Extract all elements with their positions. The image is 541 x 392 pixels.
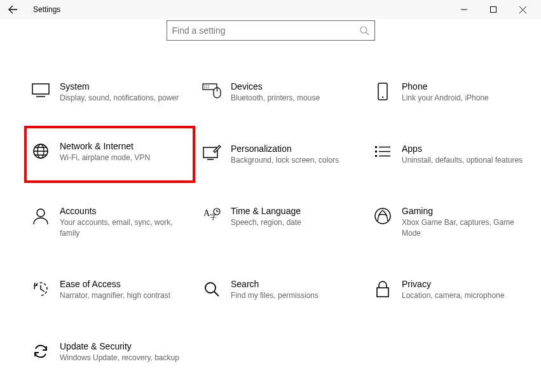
tile-update-security[interactable]: Update & Security Windows Update, recove… [27,339,195,365]
svg-rect-25 [377,288,388,297]
category-grid: System Display, sound, notifications, po… [0,47,541,365]
svg-rect-2 [32,84,49,94]
tile-desc: Location, camera, microphone [402,290,527,301]
tile-desc: Display, sound, notifications, power [60,93,185,103]
tile-desc: Background, lock screen, colors [231,155,356,165]
tile-desc: Uninstall, defaults, optional features [402,155,527,165]
svg-point-9 [208,87,209,88]
personalization-icon [202,145,222,165]
tile-title: Time & Language [231,206,356,216]
svg-point-6 [208,85,209,86]
minimize-button[interactable] [449,0,479,19]
search-icon [359,25,369,36]
svg-point-19 [37,209,45,217]
svg-point-7 [204,87,205,88]
svg-point-8 [206,87,207,88]
tile-title: Ease of Access [60,279,185,289]
tile-phone[interactable]: Phone Link your Android, iPhone [369,79,537,105]
tile-desc: Speech, region, date [231,217,356,227]
svg-rect-17 [375,151,377,152]
tile-search[interactable]: Search Find my files, permissions [198,276,366,303]
svg-point-4 [204,85,205,86]
tile-desc: Narrator, magnifier, high contrast [60,290,185,301]
privacy-icon [373,280,393,301]
svg-point-5 [206,85,207,86]
update-security-icon [31,342,51,363]
network-icon [31,142,51,163]
tile-gaming[interactable]: Gaming Xbox Game Bar, captures, Game Mod… [369,203,537,240]
tile-title: Personalization [231,144,356,154]
devices-icon [202,83,222,103]
svg-point-1 [360,27,367,33]
close-button[interactable] [508,0,537,19]
maximize-icon [490,6,496,13]
tile-privacy[interactable]: Privacy Location, camera, microphone [369,276,537,303]
tile-title: Privacy [402,279,527,289]
time-language-icon: A 字 [202,207,222,227]
arrow-left-icon [8,4,18,15]
tile-desc: Windows Update, recovery, backup [60,353,185,363]
tile-desc: Wi-Fi, airplane mode, VPN [60,152,182,163]
tile-desc: Your accounts, email, sync, work, family [60,217,185,238]
svg-text:字: 字 [210,213,217,220]
tile-system[interactable]: System Display, sound, notifications, po… [27,79,195,105]
tile-title: Search [231,279,356,289]
tile-title: Update & Security [60,341,185,351]
tile-apps[interactable]: Apps Uninstall, defaults, optional featu… [369,141,537,168]
tile-title: Gaming [402,206,527,216]
tile-desc: Link your Android, iPhone [402,93,527,103]
search-input[interactable] [172,25,359,36]
back-button[interactable] [4,1,22,18]
search-category-icon [202,280,222,301]
tile-desc: Xbox Game Bar, captures, Game Mode [402,217,527,238]
svg-rect-18 [375,155,377,157]
svg-point-24 [205,283,216,293]
tile-desc: Find my files, permissions [231,290,356,301]
tile-personalization[interactable]: Personalization Background, lock screen,… [198,141,366,168]
close-icon [519,6,526,13]
tile-title: System [60,81,185,91]
gaming-icon [373,207,393,227]
tile-title: Accounts [60,206,185,216]
svg-rect-0 [491,7,496,13]
tile-accounts[interactable]: Accounts Your accounts, email, sync, wor… [27,203,195,240]
tile-devices[interactable]: Devices Bluetooth, printers, mouse [198,79,366,105]
svg-rect-16 [375,146,377,148]
accounts-icon [31,207,51,227]
phone-icon [373,83,393,103]
tile-network[interactable]: Network & Internet Wi-Fi, airplane mode,… [24,126,195,183]
svg-point-12 [382,97,383,98]
tile-title: Network & Internet [60,141,182,151]
tile-title: Phone [402,81,527,91]
apps-icon [373,145,393,165]
ease-of-access-icon [31,280,51,301]
search-area [0,19,541,47]
tile-time-language[interactable]: A 字 Time & Language Speech, region, date [198,203,366,240]
system-icon [31,83,51,103]
tile-title: Devices [231,81,356,91]
window-title: Settings [33,5,60,14]
tile-title: Apps [402,144,527,154]
search-box[interactable] [167,20,375,41]
titlebar: Settings [0,0,541,19]
tile-ease-of-access[interactable]: Ease of Access Narrator, magnifier, high… [27,276,195,303]
maximize-button[interactable] [479,0,508,19]
tile-desc: Bluetooth, printers, mouse [231,93,356,103]
minimize-icon [461,6,467,13]
